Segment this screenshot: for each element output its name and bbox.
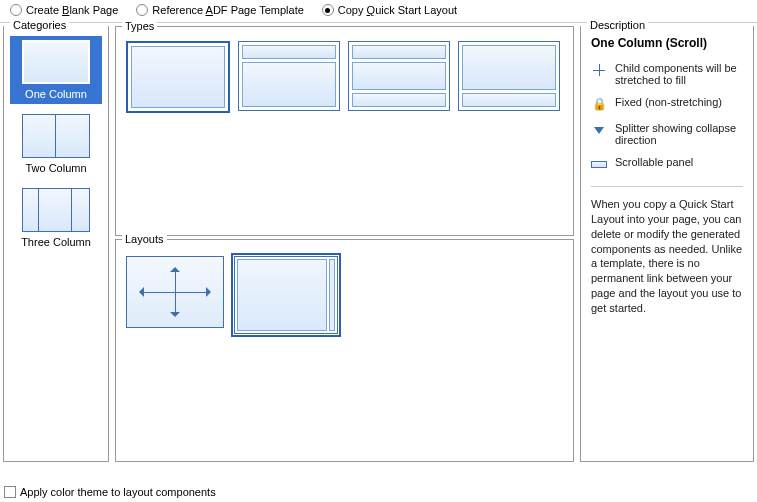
legend-fixed: 🔒 Fixed (non-stretching) [591,96,743,112]
radio-icon [322,4,334,16]
stretch-icon [136,264,214,320]
radio-reference-adf[interactable]: Reference ADF Page Template [136,4,303,16]
layout-stretch[interactable] [126,256,224,328]
description-title: One Column (Scroll) [591,36,743,50]
legend-scroll: Scrollable panel [591,156,743,172]
three-column-icon [22,188,90,232]
one-column-icon [22,40,90,84]
scrollbar-icon [329,259,335,331]
types-label: Types [122,20,157,32]
type-single[interactable] [126,41,230,113]
layouts-label: Layouts [122,233,167,245]
category-two-column[interactable]: Two Column [10,110,102,178]
legend-splitter: Splitter showing collapse direction [591,122,743,146]
type-body-footer[interactable] [458,41,560,111]
layouts-panel: Layouts [115,239,574,462]
lock-icon: 🔒 [591,96,607,112]
radio-icon [10,4,22,16]
description-panel: Description One Column (Scroll) Child co… [580,26,754,462]
type-three-rows[interactable] [348,41,450,111]
legend-stretch: Child components will be stretched to fi… [591,62,743,86]
checkbox-icon [4,486,16,498]
type-header-body[interactable] [238,41,340,111]
categories-label: Categories [10,19,69,31]
scroll-panel-icon [237,259,327,331]
scroll-panel-icon [591,156,607,172]
stretch-icon [591,62,607,78]
description-text: When you copy a Quick Start Layout into … [591,197,743,316]
layout-scroll[interactable] [234,256,338,334]
two-column-icon [22,114,90,158]
description-label: Description [587,19,648,31]
category-one-column[interactable]: One Column [10,36,102,104]
apply-theme-checkbox[interactable]: Apply color theme to layout components [4,486,216,498]
radio-copy-quick-start[interactable]: Copy Quick Start Layout [322,4,457,16]
radio-create-blank[interactable]: Create Blank Page [10,4,118,16]
types-panel: Types [115,26,574,236]
category-three-column[interactable]: Three Column [10,184,102,252]
categories-panel: Categories One Column Two Column Three C… [3,26,109,462]
chevron-down-icon [591,122,607,138]
radio-icon [136,4,148,16]
